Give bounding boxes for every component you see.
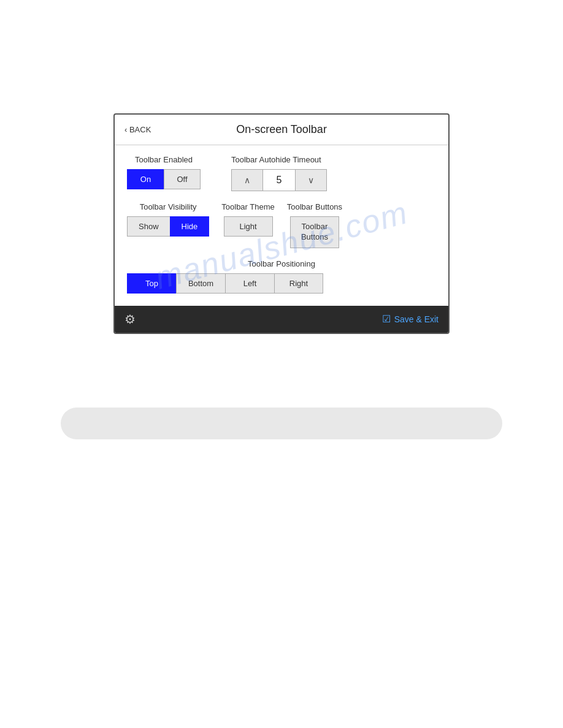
page-wrapper: ‹ BACK On-screen Toolbar Toolbar Enabled… [0, 0, 563, 728]
timeout-up-button[interactable]: ∧ [231, 169, 263, 191]
toolbar-buttons-button[interactable]: ToolbarButtons [290, 216, 339, 248]
toolbar-visibility-label: Toolbar Visibility [140, 202, 197, 211]
toolbar-theme-label: Toolbar Theme [221, 202, 274, 211]
toolbar-enabled-off-button[interactable]: Off [164, 169, 201, 189]
toolbar-enabled-btn-group: On Off [127, 169, 201, 189]
position-bottom-button[interactable]: Bottom [176, 273, 225, 294]
toolbar-enabled-group: Toolbar Enabled On Off [127, 155, 201, 189]
dialog-title: On-screen Toolbar [236, 123, 327, 136]
toolbar-show-button[interactable]: Show [127, 216, 170, 237]
chevron-down-icon: ∨ [308, 175, 314, 185]
toolbar-enabled-label: Toolbar Enabled [135, 155, 193, 164]
toolbar-enabled-on-button[interactable]: On [127, 169, 164, 189]
back-link[interactable]: ‹ BACK [124, 125, 151, 134]
positioning-btn-group: Top Bottom Left Right [127, 273, 436, 294]
timeout-controls: ∧ 5 ∨ [231, 169, 327, 191]
toolbar-buttons-label: Toolbar Buttons [287, 202, 342, 211]
timeout-value: 5 [263, 169, 295, 191]
save-exit-label: Save & Exit [394, 314, 439, 324]
dialog-footer: ⚙ ☑ Save & Exit [115, 306, 448, 333]
dialog-content: Toolbar Enabled On Off Toolbar Autohide … [115, 145, 448, 306]
autohide-timeout-label: Toolbar Autohide Timeout [231, 155, 321, 164]
position-top-button[interactable]: Top [127, 273, 176, 294]
autohide-timeout-group: Toolbar Autohide Timeout ∧ 5 ∨ [231, 155, 327, 191]
settings-row-1: Toolbar Enabled On Off Toolbar Autohide … [127, 155, 436, 191]
toolbar-visibility-group: Toolbar Visibility Show Hide [127, 202, 209, 237]
dialog-header: ‹ BACK On-screen Toolbar [115, 115, 448, 145]
toolbar-theme-button[interactable]: Light [224, 216, 273, 237]
toolbar-hide-button[interactable]: Hide [170, 216, 210, 237]
dialog-box: ‹ BACK On-screen Toolbar Toolbar Enabled… [113, 113, 450, 334]
toolbar-positioning-label: Toolbar Positioning [127, 259, 436, 268]
settings-row-2: Toolbar Visibility Show Hide Toolbar The… [127, 202, 436, 248]
position-left-button[interactable]: Left [225, 273, 274, 294]
gear-icon[interactable]: ⚙ [124, 312, 136, 327]
timeout-down-button[interactable]: ∨ [295, 169, 327, 191]
chevron-up-icon: ∧ [244, 175, 250, 185]
toolbar-buttons-group: Toolbar Buttons ToolbarButtons [287, 202, 342, 248]
position-right-button[interactable]: Right [274, 273, 323, 294]
positioning-section: Toolbar Positioning Top Bottom Left Righ… [127, 259, 436, 294]
toolbar-theme-group: Toolbar Theme Light [221, 202, 274, 237]
save-exit-button[interactable]: ☑ Save & Exit [382, 313, 439, 325]
gray-bar [61, 408, 502, 439]
toolbar-visibility-btn-group: Show Hide [127, 216, 209, 237]
save-exit-icon: ☑ [382, 313, 391, 325]
